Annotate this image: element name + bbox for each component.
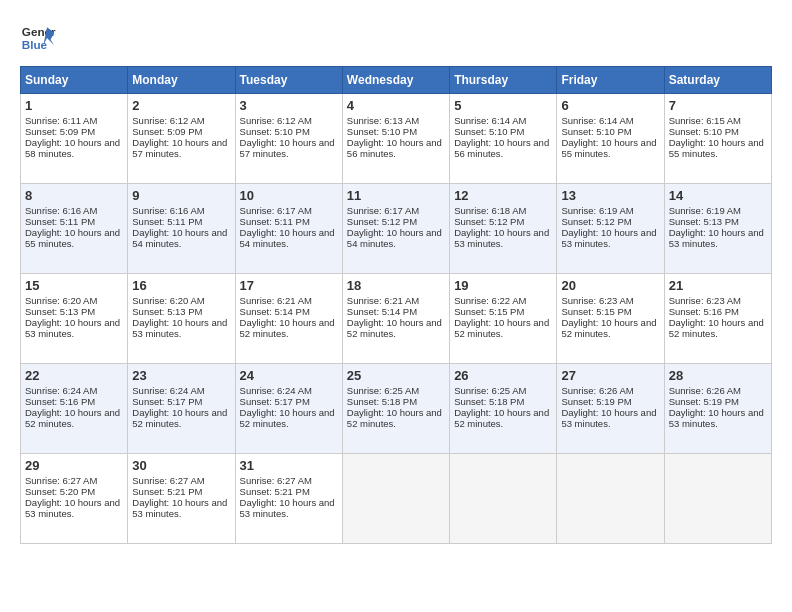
day-number: 23 [132, 368, 230, 383]
day-cell: 2 Sunrise: 6:12 AM Sunset: 5:09 PM Dayli… [128, 94, 235, 184]
day-number: 16 [132, 278, 230, 293]
day-cell: 20 Sunrise: 6:23 AM Sunset: 5:15 PM Dayl… [557, 274, 664, 364]
daylight-label: Daylight: 10 hours and 52 minutes. [347, 407, 442, 429]
day-number: 19 [454, 278, 552, 293]
sunset-label: Sunset: 5:16 PM [669, 306, 739, 317]
daylight-label: Daylight: 10 hours and 54 minutes. [240, 227, 335, 249]
day-cell: 12 Sunrise: 6:18 AM Sunset: 5:12 PM Dayl… [450, 184, 557, 274]
sunrise-label: Sunrise: 6:26 AM [669, 385, 741, 396]
day-number: 31 [240, 458, 338, 473]
daylight-label: Daylight: 10 hours and 55 minutes. [561, 137, 656, 159]
col-header-monday: Monday [128, 67, 235, 94]
day-number: 6 [561, 98, 659, 113]
sunset-label: Sunset: 5:10 PM [669, 126, 739, 137]
col-header-wednesday: Wednesday [342, 67, 449, 94]
sunset-label: Sunset: 5:09 PM [25, 126, 95, 137]
sunset-label: Sunset: 5:13 PM [669, 216, 739, 227]
week-row-2: 8 Sunrise: 6:16 AM Sunset: 5:11 PM Dayli… [21, 184, 772, 274]
day-cell: 30 Sunrise: 6:27 AM Sunset: 5:21 PM Dayl… [128, 454, 235, 544]
day-number: 11 [347, 188, 445, 203]
sunrise-label: Sunrise: 6:16 AM [132, 205, 204, 216]
day-cell: 31 Sunrise: 6:27 AM Sunset: 5:21 PM Dayl… [235, 454, 342, 544]
day-cell: 28 Sunrise: 6:26 AM Sunset: 5:19 PM Dayl… [664, 364, 771, 454]
day-cell: 26 Sunrise: 6:25 AM Sunset: 5:18 PM Dayl… [450, 364, 557, 454]
day-cell: 22 Sunrise: 6:24 AM Sunset: 5:16 PM Dayl… [21, 364, 128, 454]
day-number: 26 [454, 368, 552, 383]
day-number: 14 [669, 188, 767, 203]
empty-cell [664, 454, 771, 544]
day-number: 28 [669, 368, 767, 383]
day-cell: 13 Sunrise: 6:19 AM Sunset: 5:12 PM Dayl… [557, 184, 664, 274]
week-row-5: 29 Sunrise: 6:27 AM Sunset: 5:20 PM Dayl… [21, 454, 772, 544]
day-cell: 4 Sunrise: 6:13 AM Sunset: 5:10 PM Dayli… [342, 94, 449, 184]
day-cell: 3 Sunrise: 6:12 AM Sunset: 5:10 PM Dayli… [235, 94, 342, 184]
sunset-label: Sunset: 5:11 PM [240, 216, 310, 227]
sunset-label: Sunset: 5:14 PM [347, 306, 417, 317]
sunrise-label: Sunrise: 6:19 AM [669, 205, 741, 216]
daylight-label: Daylight: 10 hours and 53 minutes. [561, 407, 656, 429]
sunrise-label: Sunrise: 6:12 AM [240, 115, 312, 126]
sunset-label: Sunset: 5:21 PM [240, 486, 310, 497]
sunset-label: Sunset: 5:20 PM [25, 486, 95, 497]
day-number: 4 [347, 98, 445, 113]
header: General Blue [20, 20, 772, 56]
day-number: 25 [347, 368, 445, 383]
sunrise-label: Sunrise: 6:24 AM [240, 385, 312, 396]
sunset-label: Sunset: 5:15 PM [454, 306, 524, 317]
day-number: 13 [561, 188, 659, 203]
day-cell: 5 Sunrise: 6:14 AM Sunset: 5:10 PM Dayli… [450, 94, 557, 184]
logo-icon: General Blue [20, 20, 56, 56]
sunset-label: Sunset: 5:09 PM [132, 126, 202, 137]
sunrise-label: Sunrise: 6:22 AM [454, 295, 526, 306]
day-number: 8 [25, 188, 123, 203]
week-row-1: 1 Sunrise: 6:11 AM Sunset: 5:09 PM Dayli… [21, 94, 772, 184]
daylight-label: Daylight: 10 hours and 55 minutes. [669, 137, 764, 159]
daylight-label: Daylight: 10 hours and 53 minutes. [669, 407, 764, 429]
sunrise-label: Sunrise: 6:23 AM [669, 295, 741, 306]
daylight-label: Daylight: 10 hours and 57 minutes. [240, 137, 335, 159]
sunset-label: Sunset: 5:16 PM [25, 396, 95, 407]
daylight-label: Daylight: 10 hours and 55 minutes. [25, 227, 120, 249]
daylight-label: Daylight: 10 hours and 58 minutes. [25, 137, 120, 159]
day-number: 29 [25, 458, 123, 473]
daylight-label: Daylight: 10 hours and 53 minutes. [561, 227, 656, 249]
day-cell: 27 Sunrise: 6:26 AM Sunset: 5:19 PM Dayl… [557, 364, 664, 454]
sunrise-label: Sunrise: 6:21 AM [347, 295, 419, 306]
sunrise-label: Sunrise: 6:27 AM [240, 475, 312, 486]
daylight-label: Daylight: 10 hours and 52 minutes. [240, 407, 335, 429]
sunset-label: Sunset: 5:12 PM [561, 216, 631, 227]
sunset-label: Sunset: 5:13 PM [132, 306, 202, 317]
sunset-label: Sunset: 5:14 PM [240, 306, 310, 317]
sunset-label: Sunset: 5:10 PM [240, 126, 310, 137]
sunrise-label: Sunrise: 6:20 AM [132, 295, 204, 306]
empty-cell [557, 454, 664, 544]
day-number: 20 [561, 278, 659, 293]
sunset-label: Sunset: 5:11 PM [25, 216, 95, 227]
daylight-label: Daylight: 10 hours and 52 minutes. [454, 407, 549, 429]
sunset-label: Sunset: 5:15 PM [561, 306, 631, 317]
daylight-label: Daylight: 10 hours and 53 minutes. [454, 227, 549, 249]
day-number: 3 [240, 98, 338, 113]
sunrise-label: Sunrise: 6:11 AM [25, 115, 97, 126]
day-number: 24 [240, 368, 338, 383]
empty-cell [342, 454, 449, 544]
sunset-label: Sunset: 5:10 PM [454, 126, 524, 137]
day-cell: 7 Sunrise: 6:15 AM Sunset: 5:10 PM Dayli… [664, 94, 771, 184]
col-header-tuesday: Tuesday [235, 67, 342, 94]
sunrise-label: Sunrise: 6:27 AM [25, 475, 97, 486]
daylight-label: Daylight: 10 hours and 52 minutes. [240, 317, 335, 339]
day-cell: 24 Sunrise: 6:24 AM Sunset: 5:17 PM Dayl… [235, 364, 342, 454]
day-number: 21 [669, 278, 767, 293]
sunrise-label: Sunrise: 6:16 AM [25, 205, 97, 216]
sunrise-label: Sunrise: 6:24 AM [132, 385, 204, 396]
sunset-label: Sunset: 5:21 PM [132, 486, 202, 497]
daylight-label: Daylight: 10 hours and 53 minutes. [132, 317, 227, 339]
sunrise-label: Sunrise: 6:21 AM [240, 295, 312, 306]
day-number: 7 [669, 98, 767, 113]
daylight-label: Daylight: 10 hours and 52 minutes. [132, 407, 227, 429]
sunrise-label: Sunrise: 6:25 AM [454, 385, 526, 396]
sunset-label: Sunset: 5:18 PM [347, 396, 417, 407]
day-number: 2 [132, 98, 230, 113]
day-number: 12 [454, 188, 552, 203]
sunset-label: Sunset: 5:12 PM [347, 216, 417, 227]
